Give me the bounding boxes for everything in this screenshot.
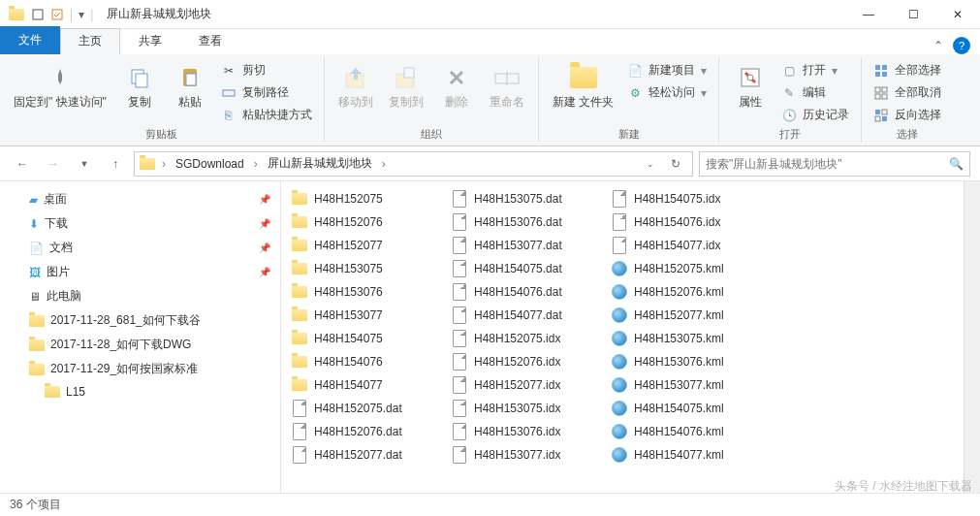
selectall-button[interactable]: 全部选择 [869,60,945,81]
dropdown-icon[interactable]: ▾ [79,8,84,21]
nav-desktop[interactable]: ▰桌面📌 [0,187,280,211]
copyto-button[interactable]: 复制到 [383,60,429,111]
checkbox-icon[interactable] [50,8,64,21]
paste-button[interactable]: 粘贴 [167,60,213,111]
file-item[interactable]: H48H152077.idx [445,373,605,397]
file-item[interactable]: H48H153076.idx [445,420,605,443]
file-item[interactable]: H48H152077 [285,234,445,257]
close-button[interactable]: ✕ [935,0,980,29]
chevron-right-icon[interactable]: › [252,157,260,171]
history-button[interactable]: 🕓历史记录 [777,105,853,125]
nav-back-button[interactable]: ← [10,151,35,177]
address-box[interactable]: › SGDownload › 屏山新县城规划地块 › ⌄ ↻ [134,151,693,177]
crumb-sgdownload[interactable]: SGDownload [172,155,248,173]
file-item[interactable]: H48H153075.idx [445,397,605,420]
file-item[interactable]: H48H152075.dat [285,397,445,420]
file-item[interactable]: H48H153077.kml [605,373,765,397]
nav-recent-button[interactable]: ▼ [72,151,97,177]
file-item[interactable]: H48H153075 [285,257,445,280]
cut-button[interactable]: ✂剪切 [217,60,316,81]
search-input[interactable] [706,157,949,171]
help-icon[interactable]: ? [953,37,970,54]
file-item[interactable]: H48H153077 [285,304,445,327]
nav-pictures[interactable]: 🖼图片📌 [0,260,280,284]
newfolder-button[interactable]: 新建 文件夹 [547,60,619,111]
moveto-button[interactable]: 移动到 [332,60,379,111]
file-item[interactable]: H48H154077.dat [445,304,605,327]
refresh-button[interactable]: ↻ [663,151,688,177]
chevron-right-icon[interactable]: › [380,157,388,171]
file-item[interactable]: H48H153075.dat [445,187,605,210]
ribbon-collapse-icon[interactable]: ⌃ [933,39,943,52]
file-item[interactable]: H48H154077 [285,373,445,397]
properties-button[interactable]: 属性 [727,60,774,111]
file-item[interactable]: H48H152076.kml [605,280,765,304]
nav-folder-4[interactable]: L15 [0,381,280,403]
file-item[interactable]: H48H154077.idx [605,234,765,257]
file-item[interactable]: H48H154076 [285,350,445,373]
file-item[interactable]: H48H154075.idx [605,187,765,210]
file-list[interactable]: H48H152075H48H152076H48H152077H48H153075… [281,181,964,493]
search-box[interactable]: 🔍 [699,151,970,177]
nav-thispc[interactable]: 🖥此电脑 [0,284,280,308]
selectnone-button[interactable]: 全部取消 [869,82,945,103]
file-item[interactable]: H48H154075.kml [605,397,765,420]
pasteshortcut-button[interactable]: ⎘粘贴快捷方式 [217,105,316,125]
file-item[interactable]: H48H154076.idx [605,210,765,234]
file-item[interactable]: H48H153076.kml [605,350,765,373]
nav-up-button[interactable]: ↑ [103,151,128,177]
navigation-pane[interactable]: ▰桌面📌 ⬇下载📌 📄文档📌 🖼图片📌 🖥此电脑 2017-11-28_681_… [0,181,281,493]
file-item[interactable]: H48H152076 [285,210,445,234]
file-item[interactable]: H48H154076.dat [445,280,605,304]
file-item[interactable]: H48H152076.idx [445,350,605,373]
file-item[interactable]: H48H154076.kml [605,420,765,443]
quick-access-icon[interactable] [31,8,45,21]
tab-view[interactable]: 查看 [180,28,240,54]
file-item[interactable]: H48H153077.idx [445,443,605,467]
copy-button[interactable]: 复制 [116,60,163,111]
delete-button[interactable]: 删除 [433,60,480,111]
nav-forward-button[interactable]: → [41,151,66,177]
search-icon[interactable]: 🔍 [949,157,964,171]
file-item[interactable]: H48H152077.kml [605,304,765,327]
address-dropdown-button[interactable]: ⌄ [638,151,663,177]
file-item[interactable]: H48H152077.dat [285,443,445,467]
tab-home[interactable]: 主页 [60,28,120,54]
file-item[interactable]: H48H153076 [285,280,445,304]
file-icon [291,446,308,464]
nav-folder-2[interactable]: 2017-11-28_如何下载DWG [0,333,280,357]
file-item[interactable]: H48H154075 [285,327,445,350]
invertsel-button[interactable]: 反向选择 [869,105,945,125]
scissors-icon: ✂ [221,63,237,79]
nav-downloads[interactable]: ⬇下载📌 [0,211,280,236]
file-item[interactable]: H48H152075.idx [445,327,605,350]
file-item[interactable]: H48H154077.kml [605,443,765,467]
pin-quickaccess-button[interactable]: 固定到" 快速访问" [8,60,112,111]
documents-icon: 📄 [29,242,44,255]
newitem-button[interactable]: 📄新建项目 ▾ [623,60,711,81]
file-item[interactable]: H48H152076.dat [285,420,445,443]
minimize-button[interactable]: — [846,0,891,29]
vertical-scrollbar[interactable] [964,181,980,493]
tab-share[interactable]: 共享 [120,28,180,54]
open-button[interactable]: ▢打开 ▾ [777,60,853,81]
easyaccess-button[interactable]: ⚙轻松访问 ▾ [623,82,711,103]
nav-documents[interactable]: 📄文档📌 [0,236,280,260]
rename-button[interactable]: 重命名 [484,60,530,111]
nav-folder-3[interactable]: 2017-11-29_如何按国家标准 [0,357,280,381]
file-item[interactable]: H48H152075.kml [605,257,765,280]
edit-button[interactable]: ✎编辑 [777,82,853,103]
tab-file[interactable]: 文件 [0,26,60,54]
maximize-button[interactable]: ☐ [891,0,935,29]
file-item[interactable]: H48H153077.dat [445,234,605,257]
file-item[interactable]: H48H154075.dat [445,257,605,280]
file-item[interactable]: H48H152075 [285,187,445,210]
crumb-root-chevron[interactable]: › [160,157,168,171]
file-item[interactable]: H48H153076.dat [445,210,605,234]
file-icon [611,190,628,208]
copypath-button[interactable]: 复制路径 [217,82,316,103]
nav-folder-1[interactable]: 2017-11-28_681_如何下载谷 [0,308,280,333]
newfolder-icon [568,62,599,93]
file-item[interactable]: H48H153075.kml [605,327,765,350]
crumb-current[interactable]: 屏山新县城规划地块 [264,153,376,174]
